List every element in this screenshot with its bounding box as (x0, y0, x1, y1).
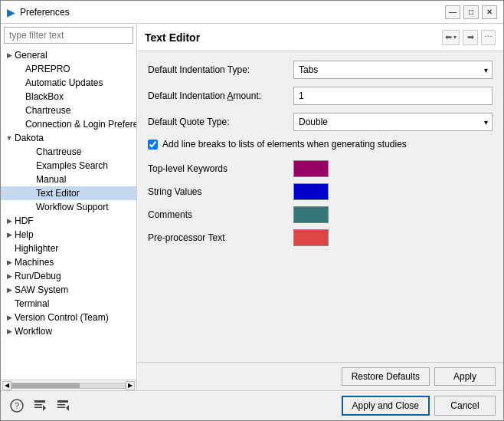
tree-item-text-editor[interactable]: Text Editor (1, 186, 136, 200)
tree-item-manual[interactable]: Manual (1, 173, 136, 186)
tree-item-dakota[interactable]: ▼ Dakota (1, 131, 136, 145)
quote-type-select[interactable]: Double Single (293, 113, 493, 131)
tree-label: HDF (15, 215, 34, 226)
arrow-icon: ▶ (4, 50, 15, 61)
arrow-spacer (15, 91, 25, 102)
tree-item-hdf[interactable]: ▶ HDF (1, 214, 136, 228)
arrow-icon: ▶ (4, 257, 15, 268)
line-breaks-checkbox[interactable] (148, 140, 158, 150)
svg-rect-4 (34, 407, 42, 409)
tree-label: BlackBox (25, 91, 64, 102)
tree-item-dakota-chartreuse[interactable]: Chartreuse (1, 145, 136, 159)
close-button[interactable]: ✕ (482, 5, 497, 19)
indentation-amount-control (293, 87, 493, 105)
maximize-button[interactable]: □ (463, 5, 479, 19)
indentation-amount-input[interactable] (293, 87, 493, 105)
preprocessor-label: Pre-processor Text (148, 232, 293, 243)
right-header: Text Editor ⬅ ▾ ➡ ⋯ (137, 24, 503, 51)
indentation-amount-row: Default Indentation Amount: (148, 87, 493, 105)
tree-item-machines[interactable]: ▶ Machines (1, 255, 136, 269)
checkbox-row: Add line breaks to lists of elements whe… (148, 139, 493, 150)
tree-item-auto-updates[interactable]: Automatic Updates (1, 76, 136, 90)
svg-rect-7 (57, 404, 65, 406)
checkbox-label: Add line breaks to lists of elements whe… (162, 139, 407, 150)
arrow-icon: ▶ (4, 326, 15, 337)
preprocessor-swatch[interactable] (293, 229, 329, 246)
left-panel: ▶ General APREPRO Automatic Updates Blac… (1, 24, 137, 390)
arrow-icon: ▶ (4, 215, 15, 226)
string-values-row: String Values (148, 183, 493, 200)
arrow-icon: ▶ (4, 285, 15, 295)
color-section: Top-level Keywords String Values Comment… (148, 160, 493, 246)
more-options-button[interactable]: ⋯ (481, 30, 496, 45)
forward-arrow-icon: ➡ (467, 32, 474, 42)
arrow-icon: ▶ (4, 271, 15, 281)
preprocessor-row: Pre-processor Text (148, 229, 493, 246)
tree-label: Connection & Login Prefere (25, 119, 136, 130)
panel-title: Text Editor (145, 31, 200, 44)
string-values-swatch[interactable] (293, 183, 329, 200)
tree-item-help[interactable]: ▶ Help (1, 228, 136, 242)
back-arrow-icon: ⬅ (445, 32, 452, 42)
tree-item-aprepro[interactable]: APREPRO (1, 62, 136, 76)
svg-marker-5 (43, 405, 46, 411)
scroll-left-arrow[interactable]: ◀ (2, 381, 11, 390)
tree-label: Workflow Support (36, 202, 108, 212)
scroll-thumb[interactable] (12, 383, 80, 388)
footer-buttons: Apply and Close Cancel (342, 396, 496, 416)
tree-item-terminal[interactable]: Terminal (1, 297, 136, 311)
tree-item-run-debug[interactable]: ▶ Run/Debug (1, 269, 136, 283)
tree-item-saw-system[interactable]: ▶ SAW System (1, 283, 136, 297)
tree-item-examples-search[interactable]: Examples Search (1, 159, 136, 173)
tree-item-workflow-support[interactable]: Workflow Support (1, 200, 136, 214)
tree-label: Version Control (Team) (15, 312, 109, 323)
apply-button[interactable]: Apply (434, 367, 496, 386)
top-level-keywords-row: Top-level Keywords (148, 160, 493, 177)
indentation-type-select[interactable]: Tabs Spaces (293, 61, 493, 79)
tree-label: Chartreuse (36, 146, 81, 157)
tree-label: Highlighter (15, 243, 58, 254)
tree-item-general[interactable]: ▶ General (1, 48, 136, 62)
import-icon[interactable] (31, 397, 48, 414)
scroll-track[interactable] (11, 383, 126, 389)
footer-icons: ? (8, 397, 71, 414)
svg-text:?: ? (15, 401, 19, 410)
restore-defaults-button[interactable]: Restore Defaults (342, 367, 430, 386)
tree-item-workflow[interactable]: ▶ Workflow (1, 324, 136, 338)
tree-label: Run/Debug (15, 271, 61, 281)
tree-item-blackbox[interactable]: BlackBox (1, 90, 136, 104)
tree-item-highlighter[interactable]: Highlighter (1, 242, 136, 255)
help-icon[interactable]: ? (8, 397, 25, 414)
tree-label: Chartreuse (25, 105, 70, 116)
minimize-button[interactable]: ― (445, 5, 460, 19)
tree-item-chartreuse-top[interactable]: Chartreuse (1, 104, 136, 117)
top-level-keywords-swatch[interactable] (293, 160, 329, 177)
dropdown-arrow-icon: ▾ (453, 34, 457, 41)
svg-rect-3 (34, 404, 42, 406)
comments-swatch[interactable] (293, 206, 329, 223)
arrow-spacer (15, 105, 25, 116)
arrow-icon: ▼ (4, 133, 15, 143)
tree-item-version-control[interactable]: ▶ Version Control (Team) (1, 311, 136, 324)
svg-rect-6 (57, 400, 68, 403)
arrow-spacer (15, 64, 25, 74)
main-content: ▶ General APREPRO Automatic Updates Blac… (1, 24, 503, 390)
scroll-right-arrow[interactable]: ▶ (126, 381, 135, 390)
arrow-spacer (25, 174, 36, 185)
string-values-label: String Values (148, 186, 293, 197)
horizontal-scrollbar[interactable]: ◀ ▶ (1, 380, 136, 390)
title-bar: ▶ Preferences ― □ ✕ (1, 1, 503, 24)
back-button[interactable]: ⬅ ▾ (442, 30, 460, 45)
footer-bar: ? Apply and Clos (1, 390, 503, 420)
arrow-spacer (25, 146, 36, 157)
filter-input[interactable] (4, 27, 133, 44)
apply-close-button[interactable]: Apply and Close (342, 396, 430, 416)
window-controls: ― □ ✕ (445, 5, 497, 19)
forward-button[interactable]: ➡ (463, 30, 478, 45)
export-icon[interactable] (54, 397, 71, 414)
top-level-keywords-label: Top-level Keywords (148, 163, 293, 174)
tree-label: Manual (36, 174, 66, 185)
tree-item-connection[interactable]: Connection & Login Prefere (1, 117, 136, 131)
tree-label: Machines (15, 257, 54, 268)
cancel-button[interactable]: Cancel (434, 396, 496, 416)
